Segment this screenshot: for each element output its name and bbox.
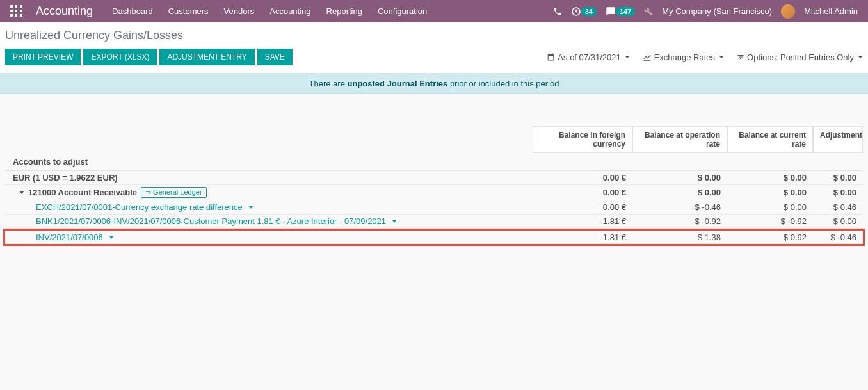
- col-operation-rate: Balance at operation rate: [632, 126, 727, 153]
- cell-value: 0.00 €: [533, 202, 632, 212]
- row-link[interactable]: EXCH/2021/07/0001-Currency exchange rate…: [36, 202, 243, 212]
- phone-icon[interactable]: [553, 7, 562, 16]
- cell-value: $ 0.00: [813, 188, 863, 197]
- chart-icon: [643, 53, 652, 61]
- date-filter[interactable]: As of 07/31/2021: [547, 53, 629, 62]
- cell-value: $ 0.00: [813, 173, 863, 183]
- header-filters: As of 07/31/2021 Exchange Rates Options:…: [547, 53, 863, 62]
- company-name[interactable]: My Company (San Francisco): [662, 6, 772, 16]
- col-current-rate: Balance at current rate: [727, 126, 813, 153]
- tools-icon[interactable]: [644, 7, 653, 16]
- cell-value: $ 0.46: [813, 202, 863, 212]
- table-row: INV/2021/07/00061.81 €$ 1.38$ 0.92$ -0.4…: [3, 229, 865, 246]
- page-header: Unrealized Currency Gains/Losses PRINT P…: [0, 22, 868, 74]
- filter-icon: [737, 53, 744, 61]
- navbar-right: 34 147 My Company (San Francisco) Mitche…: [553, 4, 858, 19]
- menu-configuration[interactable]: Configuration: [378, 6, 427, 16]
- table-row: EUR (1 USD = 1.9622 EUR)0.00 €$ 0.00$ 0.…: [5, 171, 863, 185]
- menu-customers[interactable]: Customers: [168, 6, 209, 16]
- activity-icon[interactable]: 34: [571, 6, 597, 17]
- cell-value: $ 1.38: [632, 232, 727, 242]
- column-headers: Balance in foreign currency Balance at o…: [5, 126, 863, 153]
- row-link[interactable]: INV/2021/07/0006: [36, 232, 103, 242]
- row-label: EUR (1 USD = 1.9622 EUR): [5, 173, 533, 183]
- section-header: Accounts to adjust: [5, 153, 863, 171]
- export-xlsx-button[interactable]: EXPORT (XLSX): [83, 49, 157, 65]
- navbar-menu: Dashboard Customers Vendors Accounting R…: [112, 6, 553, 16]
- menu-dashboard[interactable]: Dashboard: [112, 6, 153, 16]
- cell-value: $ -0.92: [727, 216, 813, 226]
- options-filter-label: Options: Posted Entries Only: [747, 53, 854, 62]
- navbar: Accounting Dashboard Customers Vendors A…: [0, 0, 868, 22]
- avatar[interactable]: [781, 4, 795, 19]
- cell-value: $ -0.46: [632, 202, 727, 212]
- cell-value: $ 0.00: [727, 173, 813, 183]
- calendar-icon: [547, 53, 555, 61]
- alert-bold: unposted Journal Entries: [348, 79, 448, 88]
- app-brand[interactable]: Accounting: [36, 4, 93, 18]
- chevron-down-icon: [625, 56, 630, 58]
- table-row: 121000 Account Receivable⇒ General Ledge…: [5, 185, 863, 200]
- row-text: 121000 Account Receivable: [28, 188, 137, 197]
- exchange-rates-label: Exchange Rates: [654, 53, 715, 62]
- action-buttons: PRINT PREVIEW EXPORT (XLSX) ADJUSTMENT E…: [5, 49, 293, 65]
- save-button[interactable]: SAVE: [257, 49, 293, 65]
- row-label: EXCH/2021/07/0001-Currency exchange rate…: [5, 202, 533, 212]
- report-body: Balance in foreign currency Balance at o…: [0, 126, 868, 246]
- adjustment-entry-button[interactable]: ADJUSTMENT ENTRY: [159, 49, 254, 65]
- alert-post: prior or included in this period: [447, 79, 559, 88]
- table-row: BNK1/2021/07/0006-INV/2021/07/0006-Custo…: [5, 215, 863, 229]
- row-label: 121000 Account Receivable⇒ General Ledge…: [5, 187, 533, 198]
- cell-value: 0.00 €: [533, 173, 632, 183]
- cell-value: $ 0.00: [727, 202, 813, 212]
- page-title: Unrealized Currency Gains/Losses: [5, 29, 863, 42]
- row-text: EUR (1 USD = 1.9622 EUR): [13, 173, 118, 183]
- row-label: BNK1/2021/07/0006-INV/2021/07/0006-Custo…: [5, 216, 533, 226]
- date-filter-label: As of 07/31/2021: [558, 53, 620, 62]
- chevron-down-icon: [858, 56, 863, 58]
- options-filter[interactable]: Options: Posted Entries Only: [737, 53, 863, 62]
- alert-pre: There are: [309, 79, 348, 88]
- general-ledger-badge[interactable]: ⇒ General Ledger: [141, 187, 207, 198]
- cell-value: $ 0.00: [727, 188, 813, 197]
- cell-value: -1.81 €: [533, 216, 632, 226]
- menu-reporting[interactable]: Reporting: [326, 6, 362, 16]
- table-row: EXCH/2021/07/0001-Currency exchange rate…: [5, 200, 863, 215]
- apps-icon[interactable]: [10, 5, 23, 18]
- row-label: INV/2021/07/0006: [5, 232, 533, 242]
- chevron-down-icon: [719, 56, 724, 58]
- cell-value: $ 0.00: [813, 216, 863, 226]
- user-name[interactable]: Mitchell Admin: [804, 6, 858, 16]
- cell-value: $ -0.92: [632, 216, 727, 226]
- chevron-down-icon[interactable]: [392, 220, 396, 223]
- cell-value: 0.00 €: [533, 188, 632, 197]
- activity-badge: 34: [581, 7, 597, 16]
- menu-accounting[interactable]: Accounting: [269, 6, 310, 16]
- menu-vendors[interactable]: Vendors: [224, 6, 255, 16]
- col-adjustment: Adjustment: [813, 126, 863, 153]
- row-link[interactable]: BNK1/2021/07/0006-INV/2021/07/0006-Custo…: [36, 216, 386, 226]
- alert-banner[interactable]: There are unposted Journal Entries prior…: [0, 74, 868, 94]
- cell-value: $ -0.46: [813, 232, 863, 242]
- messages-badge: 147: [616, 7, 635, 16]
- chevron-down-icon[interactable]: [249, 206, 253, 209]
- expand-icon[interactable]: [19, 191, 24, 194]
- exchange-rates-filter[interactable]: Exchange Rates: [643, 53, 724, 62]
- messages-icon[interactable]: 147: [606, 6, 635, 17]
- cell-value: $ 0.00: [632, 188, 727, 197]
- cell-value: $ 0.92: [727, 232, 813, 242]
- cell-value: 1.81 €: [533, 232, 632, 242]
- col-foreign-currency: Balance in foreign currency: [533, 126, 632, 153]
- print-preview-button[interactable]: PRINT PREVIEW: [5, 49, 81, 65]
- chevron-down-icon[interactable]: [109, 236, 113, 239]
- cell-value: $ 0.00: [632, 173, 727, 183]
